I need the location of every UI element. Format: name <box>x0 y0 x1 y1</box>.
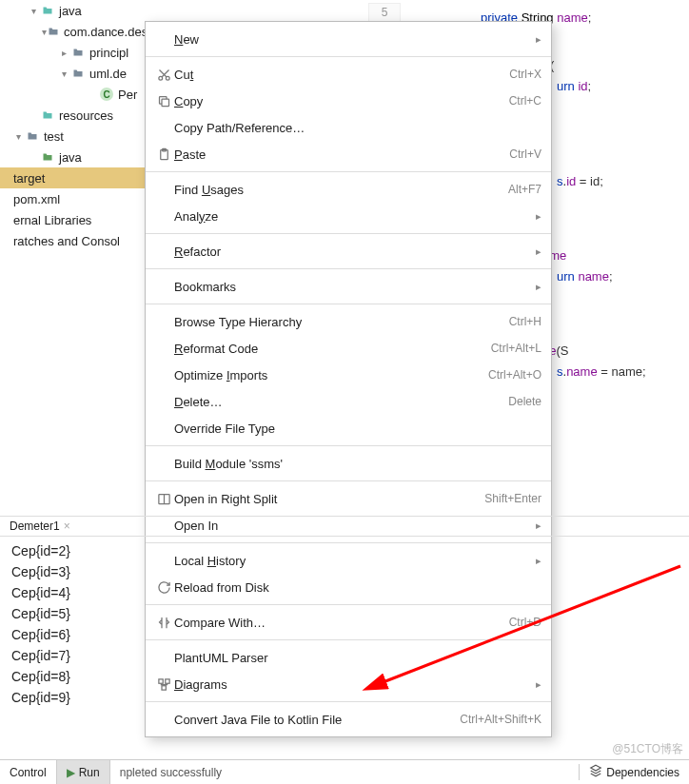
tree-item-label: uml.de <box>89 67 127 81</box>
menu-item-shortcut: Shift+Enter <box>484 492 541 505</box>
run-button[interactable]: ▶ Run <box>57 760 110 784</box>
menu-item-label: Paste <box>174 147 509 162</box>
code-line: s.name = name; <box>557 362 646 382</box>
tab-label: Demeter1 <box>10 519 60 533</box>
close-icon[interactable]: × <box>64 519 70 533</box>
paste-icon <box>153 147 174 162</box>
folder-icon <box>25 128 40 144</box>
gutter-line-number: 5 <box>368 3 401 22</box>
menu-item[interactable]: Browse Type HierarchyCtrl+H <box>146 308 551 335</box>
menu-item-label: Delete… <box>174 395 508 409</box>
tree-item-label: principl <box>89 46 128 60</box>
menu-item[interactable]: PasteCtrl+V <box>146 141 551 167</box>
menu-item[interactable]: Delete…Delete <box>146 388 551 415</box>
code-line: urn name; <box>557 266 613 287</box>
menu-item[interactable]: Bookmarks▸ <box>146 273 551 300</box>
tree-item[interactable]: ▾uml.de <box>0 63 152 84</box>
expand-arrow-icon[interactable]: ▾ <box>27 6 40 16</box>
menu-item-shortcut: Ctrl+V <box>509 147 541 161</box>
tree-item-label: target <box>13 171 45 186</box>
menu-item-label: Optimize Imports <box>174 368 488 382</box>
menu-item-label: Copy <box>174 94 509 108</box>
dependencies-label: Dependencies <box>606 766 679 779</box>
menu-item[interactable]: Reformat CodeCtrl+Alt+L <box>146 335 551 362</box>
folder-icon <box>40 3 55 18</box>
tree-item[interactable]: ▾java <box>0 0 152 21</box>
code-line: urn id; <box>557 76 591 97</box>
console-line: Cep{id=4} <box>11 582 678 603</box>
tree-item[interactable]: target <box>0 167 152 188</box>
tree-item[interactable]: pom.xml <box>0 188 152 209</box>
menu-item[interactable]: CutCtrl+X <box>146 61 551 88</box>
expand-arrow-icon[interactable]: ▸ <box>57 48 70 58</box>
menu-item-label: Reformat Code <box>174 342 491 356</box>
tree-item[interactable]: ratches and Consol <box>0 230 152 251</box>
tree-item-label: test <box>44 129 64 144</box>
folder-icon <box>47 24 60 39</box>
menu-item-label: Cut <box>174 68 509 82</box>
tree-item[interactable]: ▾com.dance.design <box>0 21 152 42</box>
svg-rect-2 <box>162 99 169 107</box>
layers-icon <box>589 764 602 780</box>
menu-item-label: Browse Type Hierarchy <box>174 315 509 329</box>
menu-item[interactable]: Copy Path/Reference… <box>146 114 551 141</box>
folder-icon <box>40 108 55 123</box>
tree-item-label: Per <box>118 88 137 102</box>
console-line: Cep{id=3} <box>11 561 678 582</box>
folder-icon <box>70 45 86 60</box>
menu-item[interactable]: Refactor▸ <box>146 238 551 265</box>
dependencies-button[interactable]: Dependencies <box>579 764 689 780</box>
menu-item[interactable]: New▸ <box>146 26 551 52</box>
submenu-arrow-icon: ▸ <box>536 281 541 293</box>
console-tab[interactable]: Demeter1 × <box>0 519 80 533</box>
console-line: Cep{id=7} <box>11 645 678 666</box>
status-text: npleted successfully <box>110 766 580 779</box>
tree-item[interactable]: CPer <box>0 84 152 105</box>
tree-item-label: java <box>59 150 82 165</box>
console-output: Cep{id=2}Cep{id=3}Cep{id=4}Cep{id=5}Cep{… <box>0 537 689 712</box>
menu-item[interactable]: Build Module 'ssms' <box>146 450 551 477</box>
menu-item[interactable]: Open in Right SplitShift+Enter <box>146 485 551 512</box>
submenu-arrow-icon: ▸ <box>536 245 541 258</box>
console-line: Cep{id=8} <box>11 666 678 687</box>
menu-item[interactable]: Override File Type <box>146 415 551 441</box>
menu-item-label: Copy Path/Reference… <box>174 121 541 135</box>
console-line: Cep{id=5} <box>11 603 678 624</box>
cut-icon <box>153 68 174 82</box>
class-icon: C <box>99 87 114 102</box>
menu-item[interactable]: Optimize ImportsCtrl+Alt+O <box>146 362 551 388</box>
menu-item-shortcut: Ctrl+X <box>509 68 541 81</box>
menu-item-label: New <box>174 32 528 47</box>
tree-item[interactable]: ernal Libraries <box>0 209 152 230</box>
tree-item[interactable]: ▸principl <box>0 42 152 63</box>
console-line: Cep{id=2} <box>11 540 678 561</box>
menu-item-shortcut: Ctrl+Alt+L <box>491 342 541 355</box>
menu-item-label: Analyze <box>174 209 528 224</box>
menu-item[interactable]: CopyCtrl+C <box>146 88 551 114</box>
status-bar: Control ▶ Run npleted successfully Depen… <box>0 759 689 784</box>
menu-item[interactable]: Analyze▸ <box>146 203 551 229</box>
tree-item-label: resources <box>59 108 113 123</box>
menu-item-shortcut: Alt+F7 <box>508 183 541 196</box>
tree-item[interactable]: ▾test <box>0 126 152 147</box>
run-label: Run <box>79 766 100 779</box>
folder-icon <box>70 66 86 81</box>
version-control-button[interactable]: Control <box>0 760 57 784</box>
menu-item-label: Override File Type <box>174 421 541 436</box>
watermark: @51CTO博客 <box>612 741 683 757</box>
submenu-arrow-icon: ▸ <box>536 210 541 223</box>
expand-arrow-icon[interactable]: ▾ <box>57 69 70 79</box>
menu-item-shortcut: Delete <box>508 395 541 408</box>
console-line: Cep{id=9} <box>11 687 678 708</box>
play-icon: ▶ <box>67 766 75 779</box>
tree-item[interactable]: java <box>0 147 152 167</box>
expand-arrow-icon[interactable]: ▾ <box>11 131 25 142</box>
project-tree[interactable]: ▾java▾com.dance.design▸principl▾uml.deCP… <box>0 0 152 251</box>
tree-item-label: com.dance.design <box>64 25 152 39</box>
submenu-arrow-icon: ▸ <box>536 33 541 46</box>
console-tabstrip[interactable]: Demeter1 × <box>0 516 689 537</box>
menu-item-shortcut: Ctrl+Alt+Shift+K <box>460 713 541 726</box>
menu-item-label: Refactor <box>174 245 528 259</box>
menu-item[interactable]: Find UsagesAlt+F7 <box>146 176 551 203</box>
tree-item[interactable]: resources <box>0 105 152 126</box>
